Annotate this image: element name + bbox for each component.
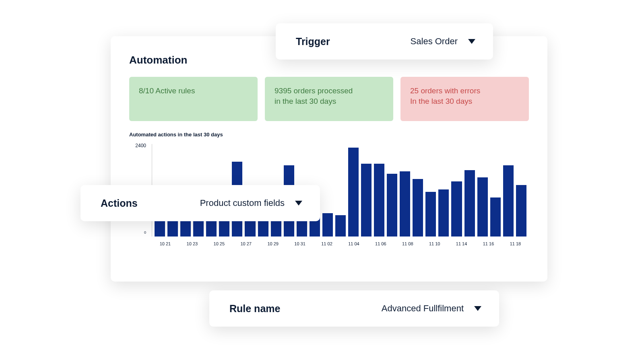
chart-bar	[490, 197, 501, 237]
x-tick-label: 11 08	[394, 239, 421, 249]
chart-bar	[400, 171, 410, 237]
trigger-selector[interactable]: Trigger Sales Order	[276, 23, 493, 60]
chart-bar	[374, 164, 384, 237]
chart-bar	[413, 179, 423, 237]
chevron-down-icon	[468, 39, 475, 44]
y-tick-label: 0	[144, 230, 146, 234]
chart-bar	[335, 215, 346, 237]
chart-bar	[451, 181, 462, 237]
chart-title: Automated actions in the last 30 days	[129, 132, 529, 138]
x-tick-label: 11 02	[314, 239, 341, 249]
x-tick-label: 10 23	[179, 239, 206, 249]
x-tick-label: 11 04	[340, 239, 367, 249]
stat-orders-errors: 25 orders with errorsIn the last 30 days	[400, 77, 529, 121]
actions-value-wrap[interactable]: Product custom fields	[200, 198, 302, 208]
trigger-label: Trigger	[296, 36, 330, 47]
automation-panel: Automation 8/10 Active rules 9395 orders…	[111, 36, 547, 282]
y-tick-label: 2400	[135, 143, 146, 148]
chart-bar	[503, 165, 514, 237]
chart-bar	[387, 174, 397, 237]
x-tick-label: 10 25	[206, 239, 233, 249]
x-tick-label: 11 18	[502, 239, 529, 249]
stat-text: 25 orders with errorsIn the last 30 days	[410, 86, 480, 105]
chevron-down-icon	[295, 201, 302, 206]
stat-text: 8/10 Active rules	[139, 86, 195, 95]
chart-x-axis: 10 2110 2310 2510 2710 2910 3111 0211 04…	[152, 239, 529, 249]
actions-label: Actions	[101, 197, 138, 209]
stat-active-rules: 8/10 Active rules	[129, 77, 258, 121]
x-tick-label: 11 06	[367, 239, 394, 249]
x-tick-label: 10 21	[152, 239, 179, 249]
x-tick-label: 10 31	[287, 239, 314, 249]
stat-text: 9395 orders processedin the last 30 days	[275, 86, 353, 105]
rulename-value: Advanced Fullfilment	[382, 303, 464, 314]
chart-bar	[464, 170, 475, 237]
chart-bar	[438, 189, 449, 237]
stats-row: 8/10 Active rules 9395 orders processedi…	[129, 77, 529, 121]
rulename-value-wrap[interactable]: Advanced Fullfilment	[382, 303, 481, 314]
chart-bar	[348, 148, 359, 237]
x-tick-label: 10 29	[260, 239, 287, 249]
x-tick-label: 10 27	[233, 239, 260, 249]
x-tick-label: 11 14	[448, 239, 475, 249]
actions-selector[interactable]: Actions Product custom fields	[80, 185, 320, 221]
rulename-selector[interactable]: Rule name Advanced Fullfilment	[209, 290, 499, 327]
trigger-value-wrap[interactable]: Sales Order	[411, 36, 475, 47]
chevron-down-icon	[474, 306, 481, 311]
rulename-label: Rule name	[229, 303, 280, 315]
chart-bar	[477, 177, 488, 237]
chart-bar	[425, 192, 436, 237]
x-tick-label: 11 10	[421, 239, 448, 249]
x-tick-label: 11 16	[475, 239, 502, 249]
chart-bar	[516, 185, 526, 237]
stat-orders-processed: 9395 orders processedin the last 30 days	[265, 77, 393, 121]
actions-value: Product custom fields	[200, 198, 285, 208]
trigger-value: Sales Order	[411, 36, 458, 47]
chart-bar	[361, 164, 372, 237]
chart-bar	[322, 213, 333, 237]
